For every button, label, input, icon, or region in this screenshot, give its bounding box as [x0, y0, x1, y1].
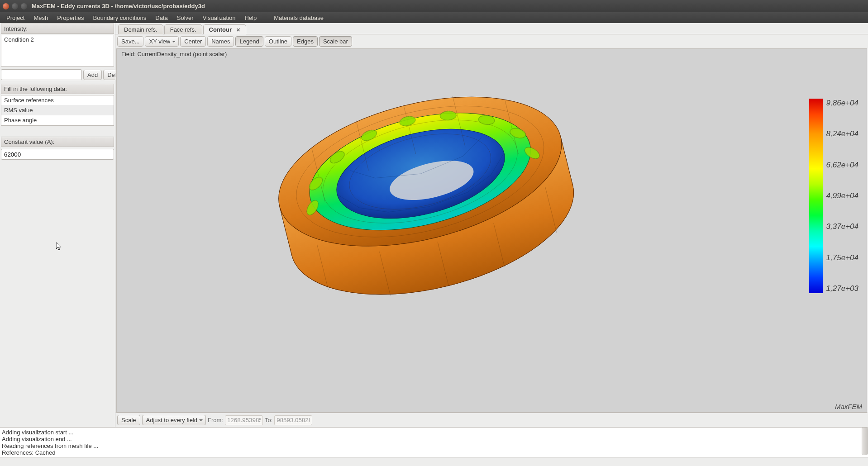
- condition-name-input[interactable]: [1, 69, 82, 80]
- field-list: Surface references RMS value Phase angle: [1, 95, 114, 126]
- console: Adding visualization start ... Adding vi…: [0, 427, 868, 457]
- to-input: [274, 415, 312, 425]
- log-line: Adding visualization end ...: [2, 436, 866, 442]
- tab-face-refs[interactable]: Face refs.: [164, 24, 202, 34]
- constant-header: Constant value (A):: [1, 137, 114, 147]
- scalebar-gradient: [809, 99, 823, 293]
- view-select[interactable]: XY view: [145, 36, 179, 47]
- scalebar-tick: 1,27e+03: [826, 284, 858, 293]
- menu-visualization[interactable]: Visualization: [198, 14, 240, 21]
- edges-button[interactable]: Edges: [293, 36, 318, 47]
- viewer-toolbar: Save... XY view Center Names Legend Outl…: [115, 34, 868, 48]
- add-button[interactable]: Add: [83, 70, 102, 80]
- scalebar-labels: 9,86e+04 8,24e+04 6,62e+04 4,99e+04 3,37…: [823, 99, 858, 293]
- log-line: References: Cached: [2, 449, 866, 456]
- tab-label: Face refs.: [170, 26, 196, 33]
- log-line: Reading references from mesh file ...: [2, 442, 866, 449]
- viewer: Domain refs. Face refs. Contour ✕ Save..…: [115, 23, 868, 427]
- main: Intensity: Condition 2 Add Del Fill in t…: [0, 23, 868, 427]
- scalebar-button[interactable]: Scale bar: [319, 36, 352, 47]
- viewport[interactable]: Field: CurrentDensity_mod (point scalar): [116, 48, 867, 413]
- center-button[interactable]: Center: [180, 36, 206, 47]
- outline-button[interactable]: Outline: [265, 36, 291, 47]
- maximize-icon[interactable]: [21, 3, 27, 10]
- scrollbar-handle[interactable]: [862, 428, 868, 455]
- scalebar-tick: 9,86e+04: [826, 99, 858, 108]
- names-button[interactable]: Names: [207, 36, 234, 47]
- menu-project[interactable]: Project: [2, 14, 29, 21]
- menu-materials-db[interactable]: Materials database: [269, 14, 328, 21]
- menu-help[interactable]: Help: [240, 14, 261, 21]
- menu-data[interactable]: Data: [151, 14, 172, 21]
- scale-button[interactable]: Scale: [117, 415, 140, 425]
- list-item[interactable]: Condition 2: [1, 35, 114, 44]
- tab-label: Contour: [209, 26, 232, 33]
- menu-properties[interactable]: Properties: [52, 14, 88, 21]
- legend-button[interactable]: Legend: [235, 36, 263, 47]
- from-label: From:: [208, 417, 223, 423]
- adjust-select[interactable]: Adjust to every field: [142, 415, 206, 425]
- to-label: To:: [265, 417, 272, 423]
- scalebar-tick: 8,24e+04: [826, 129, 858, 138]
- constant-value-input[interactable]: [1, 149, 114, 160]
- condition-add-row: Add Del: [1, 67, 114, 83]
- tab-contour[interactable]: Contour ✕: [203, 24, 246, 34]
- scalebar-tick: 4,99e+04: [826, 191, 858, 200]
- sidebar: Intensity: Condition 2 Add Del Fill in t…: [0, 23, 115, 427]
- tab-label: Domain refs.: [124, 26, 157, 33]
- tab-domain-refs[interactable]: Domain refs.: [118, 24, 163, 34]
- from-input: [225, 415, 263, 425]
- scalebar-tick: 1,75e+04: [826, 253, 858, 262]
- window-title: MaxFEM - Eddy currents 3D - /home/victor…: [32, 3, 205, 10]
- bottombar: Scale Adjust to every field From: To:: [115, 413, 868, 427]
- menu-mesh[interactable]: Mesh: [29, 14, 52, 21]
- field-label: Field: CurrentDensity_mod (point scalar): [121, 51, 227, 57]
- fillin-header: Fill in the following data:: [1, 84, 114, 94]
- adjust-select-label: Adjust to every field: [146, 417, 197, 423]
- save-button[interactable]: Save...: [117, 36, 143, 47]
- scalebar: 9,86e+04 8,24e+04 6,62e+04 4,99e+04 3,37…: [809, 99, 858, 293]
- close-icon[interactable]: [3, 3, 9, 10]
- window-controls: [3, 3, 27, 10]
- menu-solver[interactable]: Solver: [172, 14, 198, 21]
- view-select-label: XY view: [149, 38, 170, 45]
- model-render: [221, 58, 628, 311]
- scalebar-tick: 6,62e+04: [826, 161, 858, 170]
- list-item[interactable]: Phase angle: [1, 115, 114, 125]
- condition-list[interactable]: Condition 2: [1, 35, 114, 67]
- menu-boundary-conditions[interactable]: Boundary conditions: [89, 14, 151, 21]
- titlebar: MaxFEM - Eddy currents 3D - /home/victor…: [0, 0, 868, 12]
- list-item[interactable]: Surface references: [1, 95, 114, 105]
- list-item[interactable]: RMS value: [1, 105, 114, 115]
- scalebar-tick: 3,37e+04: [826, 222, 858, 231]
- log-line: Adding visualization start ...: [2, 429, 866, 436]
- watermark: MaxFEM: [835, 403, 862, 410]
- close-icon[interactable]: ✕: [236, 27, 240, 33]
- statusbar: [0, 457, 868, 466]
- intensity-header: Intensity:: [1, 24, 114, 34]
- menubar: Project Mesh Properties Boundary conditi…: [0, 12, 868, 23]
- tabbar: Domain refs. Face refs. Contour ✕: [115, 23, 868, 34]
- minimize-icon[interactable]: [12, 3, 18, 10]
